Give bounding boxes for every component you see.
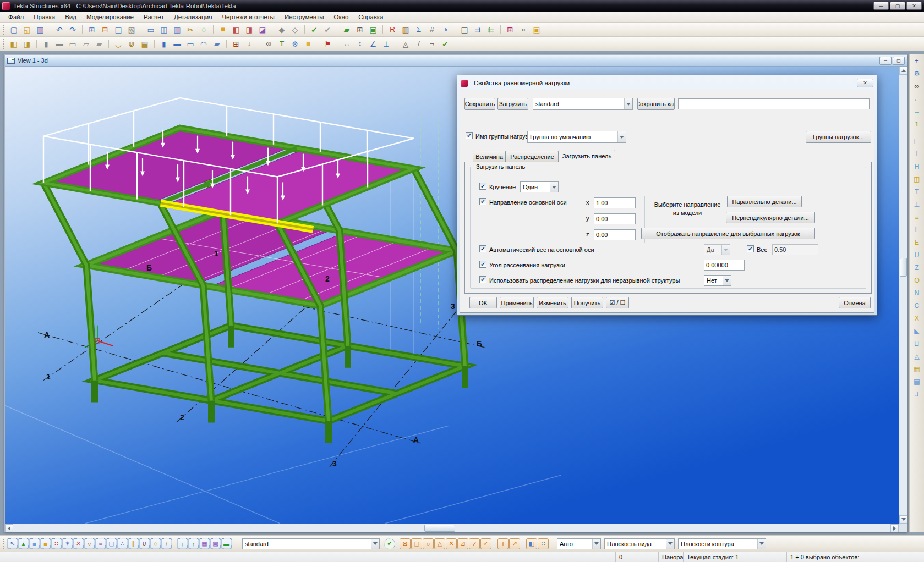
bent-plate-icon[interactable]: Z: [910, 261, 924, 274]
fitting-icon[interactable]: T: [275, 38, 288, 50]
cut-icon[interactable]: ✂: [184, 24, 197, 36]
steel-plate-icon[interactable]: ▱: [79, 38, 92, 50]
moment-end-plate-icon[interactable]: E: [910, 236, 924, 249]
measure-y-icon[interactable]: ↕: [353, 38, 367, 50]
cancel-button[interactable]: Отмена: [839, 297, 871, 308]
auto-weight-combo[interactable]: Да: [704, 244, 730, 255]
truss-connection-icon[interactable]: N: [910, 286, 924, 299]
snap-direction-icon[interactable]: ↗: [509, 538, 520, 549]
menu-view[interactable]: Вид: [60, 13, 81, 21]
horizontal-scroll-thumb[interactable]: [424, 525, 455, 532]
print-icon[interactable]: ▤: [458, 24, 471, 36]
close-button[interactable]: ✕: [906, 2, 922, 10]
lifting-hook-icon[interactable]: J: [910, 388, 924, 400]
select-grid-lines-icon[interactable]: ✕: [73, 538, 84, 549]
snap-circles-icon[interactable]: ○: [423, 538, 434, 549]
view-title-bar[interactable]: View 1 - 3d ─▢: [5, 55, 907, 67]
snap-override-icon[interactable]: ✔: [384, 538, 395, 549]
chevron-down-icon[interactable]: [592, 539, 600, 549]
steel-column-icon[interactable]: ▮: [40, 38, 53, 50]
view-vertical-scrollbar[interactable]: [899, 67, 907, 524]
copy-icon[interactable]: ⊞: [85, 24, 99, 36]
select-connections-icon[interactable]: ∥: [128, 538, 139, 549]
concrete-column-icon[interactable]: ▮: [157, 38, 171, 50]
clip-angle-icon[interactable]: I: [910, 147, 924, 160]
select-objects-icon[interactable]: ∪: [139, 538, 150, 549]
snap-intersections-icon[interactable]: ✕: [446, 538, 457, 549]
toolbar-grip[interactable]: [3, 39, 5, 49]
select-area-icon[interactable]: ◌: [197, 24, 210, 36]
apply-button[interactable]: Применить: [500, 297, 534, 308]
select-parts-icon[interactable]: ■: [29, 538, 40, 549]
select-filter-down-icon[interactable]: ↓: [177, 538, 188, 549]
maximize-button[interactable]: ▢: [890, 2, 905, 10]
snap-perpendicular-icon[interactable]: ⊿: [457, 538, 468, 549]
snap-any-icon[interactable]: Z: [469, 538, 480, 549]
contour-plate-icon[interactable]: ▰: [92, 38, 106, 50]
spread-angle-checkbox[interactable]: [479, 261, 486, 268]
snap-depth-combo[interactable]: Авто: [557, 538, 601, 549]
snap-nearest-icon[interactable]: ✓: [480, 538, 491, 549]
tube-gusset-icon[interactable]: O: [910, 274, 924, 286]
load-group-combo[interactable]: Группа по умолчанию: [527, 131, 626, 143]
create-slab-icon[interactable]: ◨: [20, 38, 34, 50]
paste-special-icon[interactable]: ▧: [125, 24, 138, 36]
copy-special-icon[interactable]: ⊟: [99, 24, 112, 36]
tekla-online-icon[interactable]: ⊞: [504, 24, 517, 36]
toggle-checkboxes-button[interactable]: ☑ / ☐: [606, 297, 629, 308]
save-as-button[interactable]: Сохранить как: [637, 98, 675, 110]
scroll-down-icon[interactable]: [899, 515, 907, 524]
axis-z-input[interactable]: [594, 229, 636, 240]
modify-button[interactable]: Изменить: [537, 297, 568, 308]
chevron-down-icon[interactable]: [723, 276, 731, 285]
concrete-polybeam-icon[interactable]: ▭: [184, 38, 197, 50]
select-fine-up-icon[interactable]: ▩: [210, 538, 221, 549]
import-icon[interactable]: ⇇: [484, 24, 497, 36]
select-assemblies-icon[interactable]: ∴: [117, 538, 128, 549]
load-group-checkbox[interactable]: [466, 132, 473, 139]
select-components-icon[interactable]: ▲: [18, 538, 29, 549]
view-properties-icon[interactable]: ◫: [157, 24, 171, 36]
stiffener-icon[interactable]: ≡: [910, 211, 924, 223]
select-grids-icon[interactable]: ✶: [62, 538, 73, 549]
panel-icon[interactable]: ■: [302, 38, 315, 50]
create-column-icon[interactable]: ◧: [7, 38, 20, 50]
profile-combo[interactable]: standard: [533, 98, 633, 110]
new-model-icon[interactable]: ▢: [7, 24, 20, 36]
contour-planes-combo[interactable]: Плоскости контура: [678, 538, 766, 549]
ok-button[interactable]: OK: [469, 297, 497, 308]
menu-help[interactable]: Справка: [353, 13, 388, 21]
cut-part-icon[interactable]: /: [412, 38, 425, 50]
parallel-to-part-button[interactable]: Параллельно детали...: [727, 196, 802, 207]
u-profile-icon[interactable]: ◡: [112, 38, 125, 50]
point-extension-icon[interactable]: ◇: [288, 24, 302, 36]
find-binoculars-icon[interactable]: ∞: [262, 38, 275, 50]
select-filter-up-icon[interactable]: ↑: [188, 538, 199, 549]
weight-input[interactable]: [772, 244, 818, 255]
menu-file[interactable]: Файл: [3, 13, 29, 21]
measure-x-icon[interactable]: ↔: [340, 38, 353, 50]
copy-part-icon[interactable]: ◧: [229, 24, 243, 36]
save-model-icon[interactable]: ▦: [34, 24, 47, 36]
select-fine-down-icon[interactable]: ▦: [199, 538, 210, 549]
snap-midpoints-icon[interactable]: △: [434, 538, 445, 549]
save-as-input[interactable]: [678, 98, 870, 109]
template-editor-icon[interactable]: Σ: [412, 24, 425, 36]
redo-icon[interactable]: ↷: [66, 24, 79, 36]
create-point-icon[interactable]: +: [910, 54, 924, 67]
slab-bars-icon[interactable]: ▤: [910, 375, 924, 388]
snap-plane-icon[interactable]: ◧: [526, 538, 537, 549]
concrete-beam-icon[interactable]: ▬: [171, 38, 184, 50]
undo-icon[interactable]: ↶: [53, 24, 66, 36]
chevron-down-icon[interactable]: [624, 98, 632, 109]
vertical-scroll-thumb[interactable]: [900, 258, 907, 277]
menu-drawings-reports[interactable]: Чертежи и отчеты: [217, 13, 280, 21]
move-part-icon[interactable]: ◨: [243, 24, 256, 36]
cage-icon[interactable]: ▦: [910, 362, 924, 375]
menu-edit[interactable]: Правка: [29, 13, 60, 21]
scroll-right-icon[interactable]: [890, 524, 899, 532]
tab-distribution[interactable]: Распределение: [506, 151, 559, 162]
toolbar-grip[interactable]: [3, 25, 5, 35]
show-direction-button[interactable]: Отображать направление для выбранных наг…: [641, 228, 815, 239]
chevron-down-icon[interactable]: [550, 182, 558, 192]
